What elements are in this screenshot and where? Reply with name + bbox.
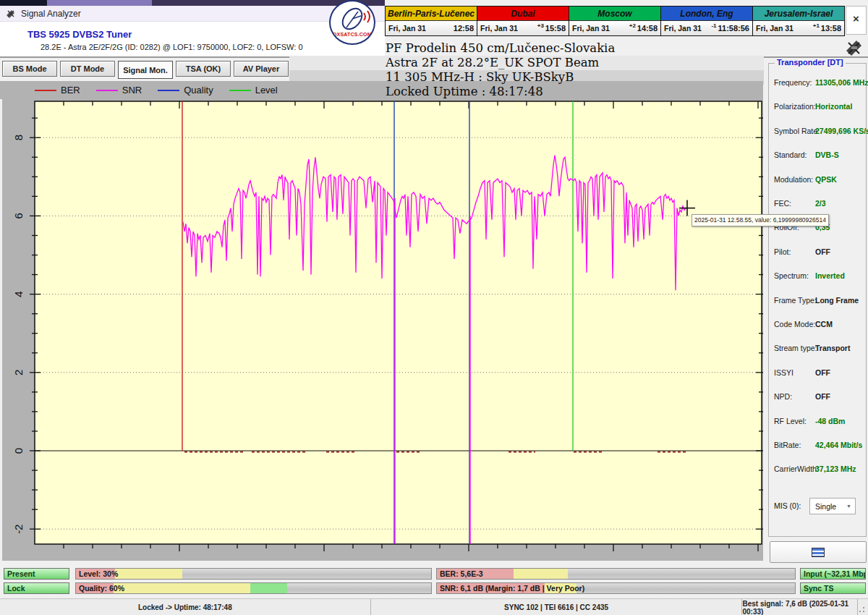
resize-grip[interactable] — [858, 599, 868, 615]
transponder-field-row: Stream type:Transport — [769, 344, 866, 357]
clock-city-label: Berlin-Paris-Lučenec — [386, 7, 477, 21]
clock-time-row: Fri, Jan 31+214:58 — [569, 21, 660, 35]
clock-utc-offset: +1 — [813, 22, 820, 29]
clock-utc-offset: +3 — [537, 22, 544, 29]
clock-time: 11:58:56 — [718, 24, 749, 33]
meter-quality: Quality: 60% — [75, 582, 432, 594]
transponder-field-row: BitRate:42,464 Mbit/s — [769, 441, 866, 454]
clock-city-label: Dubai — [477, 7, 569, 21]
header-line-frequency: 11 305 MHz-H : Sky UK-BSkyB — [386, 70, 574, 85]
transponder-field-row: Frame Type:Long Frame — [769, 296, 866, 309]
clock-date: Fri, Jan 31 — [756, 24, 813, 33]
statusbar-section: Locked -> Uptime: 48:17:48 — [0, 599, 371, 615]
clock-cell: London, EngFri, Jan 31-111:58:56 — [661, 7, 753, 35]
meter-ber: BER: 5,6E-3 — [436, 568, 796, 580]
clock-date: Fri, Jan 31 — [480, 24, 537, 33]
clock-cell: MoscowFri, Jan 31+214:58 — [569, 7, 661, 35]
clock-time-row: Fri, Jan 31+113:58 — [753, 21, 844, 35]
mode-button-bs-mode[interactable]: BS Mode — [2, 61, 57, 77]
field-value: QPSK — [815, 175, 837, 184]
clock-cell: Berlin-Paris-LučenecFri, Jan 3112:58 — [386, 7, 477, 35]
field-label: Frame Type: — [774, 296, 817, 305]
legend-item-snr: SNR — [96, 85, 142, 96]
legend-item-level: Level — [229, 85, 278, 96]
field-value: CCM — [815, 320, 833, 328]
legend-label: SNR — [122, 85, 142, 96]
field-label: Pilot: — [774, 247, 791, 256]
meter-snr: SNR: 6,1 dB (Margin: 1,7 dB | Very Poor) — [436, 582, 796, 594]
field-value: -48 dBm — [815, 417, 845, 425]
meter-label: Quality: 60% — [79, 584, 124, 593]
y-axis-label: 0 — [12, 448, 25, 454]
meter-fill-zone — [250, 583, 288, 593]
clock-time-row: Fri, Jan 31-111:58:56 — [661, 21, 752, 35]
chevron-down-icon: ▼ — [846, 504, 851, 509]
transponder-field-row: Standard:DVB-S — [769, 150, 866, 164]
statusbar: Locked -> Uptime: 48:17:48SYNC 102 | TEI… — [0, 598, 868, 615]
clock-cell: DubaiFri, Jan 31+315:58 — [477, 7, 569, 35]
field-label: NPD: — [774, 392, 792, 401]
plot-area[interactable] — [35, 101, 762, 544]
clock-time: 15:58 — [545, 24, 566, 33]
background-window-strip — [47, 0, 152, 6]
clock-date: Fri, Jan 31 — [664, 24, 711, 33]
y-axis-label: -2 — [12, 525, 25, 534]
clock-cell: Jerusalem-IsraelFri, Jan 31+113:58 — [753, 7, 844, 35]
clock-city-label: London, Eng — [661, 7, 752, 21]
mis-row: MIS (0): Single ▼ — [769, 498, 866, 515]
meter-label: BER: 5,6E-3 — [440, 569, 483, 578]
clock-time: 14:58 — [637, 24, 658, 33]
statusbar-section: SYNC 102 | TEI 6616 | CC 2435 — [371, 599, 743, 615]
meter-label: Level: 30% — [79, 569, 118, 578]
signal-chart[interactable]: 86420-2 — [2, 99, 763, 561]
statusbar-section: Best signal: 7,6 dB (2025-01-31 00:33) — [742, 599, 858, 615]
clock-date: Fri, Jan 31 — [388, 24, 452, 33]
field-value: 27499,696 KS/s — [815, 127, 868, 135]
field-label: BitRate: — [774, 441, 801, 449]
transponder-field-row: Frequency:11305,006 MHz — [769, 78, 866, 91]
signal-analyzer-window: Signal Analyzer TBS 5925 DVBS2 Tuner 28.… — [0, 0, 868, 615]
window-title: Signal Analyzer — [21, 9, 81, 19]
legend-label: BER — [61, 85, 80, 96]
transponder-field-row: Spectrum:Inverted — [769, 271, 866, 284]
mode-button-signal-mon-[interactable]: Signal Mon. — [118, 61, 173, 79]
transponder-field-row: Polarization:Horizontal — [769, 102, 866, 115]
header-line-uptime: Locked Uptime : 48:17:48 — [386, 85, 543, 99]
mode-button-tsa-ok-[interactable]: TSA (OK) — [176, 61, 231, 77]
mode-button-dt-mode[interactable]: DT Mode — [60, 61, 115, 77]
clock-time: 13:58 — [821, 24, 841, 33]
mis-select[interactable]: Single ▼ — [809, 498, 856, 514]
field-value: 37,123 MHz — [815, 465, 856, 473]
indicator-box-present: Present — [4, 568, 69, 580]
field-value: OFF — [815, 247, 830, 256]
world-clocks-panel: Berlin-Paris-LučenecFri, Jan 3112:58Duba… — [385, 6, 845, 36]
field-value: OFF — [815, 368, 830, 377]
meter-level: Level: 30% — [75, 568, 432, 580]
field-label: FEC: — [774, 199, 791, 208]
indicator-box-sync: Sync TS — [800, 582, 866, 594]
mode-button-bar: BS ModeDT ModeSignal Mon.TSA (OK)AV Play… — [2, 61, 289, 79]
header-line-satellite: Astra 2F at 28.2°E_UK SPOT Beam — [386, 56, 599, 70]
transponder-field-row: Symbol Rate:27499,696 KS/s — [769, 127, 866, 140]
field-value: 42,464 Mbit/s — [815, 441, 862, 449]
field-label: CarrierWidth: — [774, 465, 819, 473]
field-label: Standard: — [774, 150, 807, 159]
transponder-action-button[interactable] — [770, 541, 867, 563]
field-label: Code Mode: — [774, 320, 815, 328]
striped-list-icon — [812, 548, 825, 557]
transponder-field-row: FEC:2/3 — [769, 199, 866, 212]
indicator-box-input: Input (~32,31 Mbps) — [800, 568, 866, 580]
field-value: Long Frame — [815, 296, 859, 305]
app-icon — [6, 9, 16, 19]
field-value: OFF — [815, 392, 830, 401]
transponder-field-row: CarrierWidth:37,123 MHz — [769, 465, 866, 478]
tuner-details: 28.2E - Astra 2E/2F/2G (ID: 0282) @ LOF1… — [41, 43, 303, 51]
y-axis-label: 8 — [12, 135, 25, 140]
y-axis-label: 4 — [12, 291, 25, 297]
y-axis-label: 2 — [12, 370, 25, 376]
satellite-dish-icon — [842, 35, 867, 58]
close-button[interactable]: × — [846, 6, 867, 35]
mode-button-av-player[interactable]: AV Player — [234, 61, 289, 77]
chart-tooltip: 2025-01-31 12.58.55, value: 6,1999998092… — [692, 214, 829, 226]
field-label: RF Level: — [774, 417, 807, 425]
